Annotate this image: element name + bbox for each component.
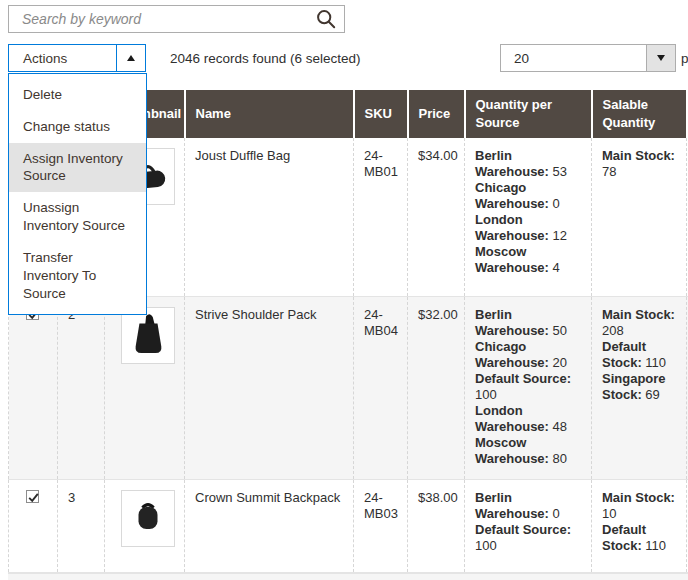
actions-button-label: Actions	[9, 45, 116, 71]
source-quantity-entry: Chicago Warehouse: 20	[475, 339, 587, 371]
keyword-search	[8, 5, 345, 33]
salable-quantity-cell: Main Stock: 208 Default Stock: 110 Singa…	[592, 296, 687, 479]
product-price: $34.00	[408, 138, 465, 296]
product-thumbnail	[121, 490, 175, 547]
product-sku: 24-MB01	[354, 138, 408, 296]
quantity-per-source-cell: Berlin Warehouse: 50 Chicago Warehouse: …	[465, 296, 592, 479]
salable-quantity-entry: Default Stock: 110	[602, 522, 682, 554]
product-sku: 24-MB03	[354, 479, 408, 572]
per-page-suffix-label: p	[681, 51, 688, 66]
salable-quantity-entry: Default Stock: 110	[602, 339, 682, 371]
product-grid-screen: Actions 2046 records found (6 selected) …	[0, 0, 688, 580]
chevron-up-icon	[127, 55, 135, 61]
records-count: 2046 records found (6 selected)	[170, 51, 361, 66]
product-name: Strive Shoulder Pack	[185, 296, 354, 479]
source-quantity-entry: Default Source: 100	[475, 522, 587, 554]
actions-caret[interactable]	[116, 45, 145, 71]
row-thumbnail-cell	[105, 296, 185, 479]
menu-item-transfer-inventory-to-source[interactable]: Transfer Inventory To Source	[9, 242, 146, 309]
search-icon[interactable]	[316, 9, 336, 29]
salable-quantity-cell: Main Stock: 78	[592, 138, 687, 296]
quantity-per-source-cell: Berlin Warehouse: 53 Chicago Warehouse: …	[465, 138, 592, 296]
row-checkbox-checked[interactable]	[26, 490, 39, 503]
actions-dropdown-button[interactable]: Actions	[8, 44, 146, 72]
per-page-select[interactable]: 20	[500, 44, 676, 72]
row-select-cell	[9, 479, 58, 572]
header-price[interactable]: Price	[408, 90, 465, 138]
product-name: Crown Summit Backpack	[185, 479, 354, 572]
per-page-caret[interactable]	[646, 45, 675, 71]
search-input[interactable]	[8, 5, 345, 33]
chevron-down-icon	[657, 55, 665, 61]
header-name[interactable]: Name	[185, 90, 354, 138]
actions-menu: Delete Change status Assign Inventory So…	[8, 73, 147, 315]
product-sku: 24-MB04	[354, 296, 408, 479]
product-price: $38.00	[408, 479, 465, 572]
menu-item-assign-inventory-source[interactable]: Assign Inventory Source	[9, 143, 146, 193]
menu-item-change-status[interactable]: Change status	[9, 111, 146, 143]
menu-item-delete[interactable]: Delete	[9, 79, 146, 111]
row-id-cell: 2	[58, 296, 105, 479]
header-quantity-per-source[interactable]: Quantity per Source	[465, 90, 592, 138]
salable-quantity-entry: Singapore Stock: 69	[602, 371, 682, 403]
header-sku[interactable]: SKU	[354, 90, 408, 138]
menu-item-unassign-inventory-source[interactable]: Unassign Inventory Source	[9, 192, 146, 242]
source-quantity-entry: Moscow Warehouse: 4	[475, 244, 587, 276]
product-price: $32.00	[408, 296, 465, 479]
row-thumbnail-cell	[105, 479, 185, 572]
salable-quantity-entry: Main Stock: 208	[602, 307, 682, 339]
source-quantity-entry: London Warehouse: 12	[475, 212, 587, 244]
source-quantity-entry: Moscow Warehouse: 80	[475, 435, 587, 467]
shoulder-pack-image	[129, 312, 167, 358]
salable-quantity-cell: Main Stock: 10 Default Stock: 110	[592, 479, 687, 572]
checkmark-icon	[27, 491, 40, 504]
salable-quantity-entry: Main Stock: 78	[602, 148, 682, 180]
row-id-cell: 3	[58, 479, 105, 572]
source-quantity-entry: London Warehouse: 48	[475, 403, 587, 435]
per-page-value: 20	[501, 45, 646, 71]
table-row[interactable]: 2 Strive Shoulder Pack 24-MB04 $32.00 Be…	[9, 296, 688, 479]
salable-quantity-entry: Main Stock: 10	[602, 490, 682, 522]
source-quantity-entry: Berlin Warehouse: 0	[475, 490, 587, 522]
source-quantity-entry: Default Source: 100	[475, 371, 587, 403]
source-quantity-entry: Chicago Warehouse: 0	[475, 180, 587, 212]
backpack-image	[129, 499, 167, 537]
partial-next-row	[8, 573, 688, 580]
quantity-per-source-cell: Berlin Warehouse: 0 Default Source: 100	[465, 479, 592, 572]
source-quantity-entry: Berlin Warehouse: 50	[475, 307, 587, 339]
row-select-cell	[9, 296, 58, 479]
source-quantity-entry: Berlin Warehouse: 53	[475, 148, 587, 180]
product-name: Joust Duffle Bag	[185, 138, 354, 296]
header-salable-quantity[interactable]: Salable Quantity	[592, 90, 687, 138]
table-row[interactable]: 3 Crown Summit Backpack 24-MB03 $38.00 B…	[9, 479, 688, 572]
